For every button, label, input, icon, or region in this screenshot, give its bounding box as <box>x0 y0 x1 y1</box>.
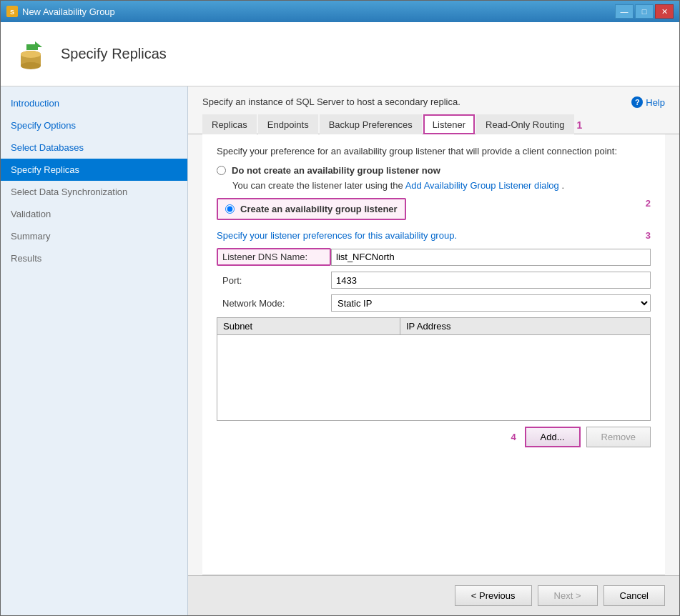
dns-name-row: Listener DNS Name: <box>217 248 651 266</box>
option1-section: Do not create an availability group list… <box>217 165 651 191</box>
option2-section: Create an availability group listener <box>217 198 651 226</box>
subnet-column-header: Subnet <box>217 318 400 335</box>
maximize-button[interactable]: □ <box>635 4 654 19</box>
option2-label: Create an availability group listener <box>240 204 398 214</box>
svg-point-7 <box>21 51 41 58</box>
network-mode-select[interactable]: Static IP DHCP <box>331 294 651 312</box>
sidebar-item-introduction[interactable]: Introduction <box>1 92 187 114</box>
panel-header: Specify an instance of SQL Server to hos… <box>188 86 679 114</box>
option2-radio-box: Create an availability group listener <box>217 198 406 220</box>
add-listener-link[interactable]: Add Availability Group Listener dialog <box>405 180 559 191</box>
dns-name-label: Listener DNS Name: <box>217 248 331 266</box>
port-input[interactable] <box>331 272 651 289</box>
option1-sublabel: You can create the listener later using … <box>232 180 651 191</box>
help-label: Help <box>646 97 665 108</box>
main-content: Introduction Specify Options Select Data… <box>1 86 679 615</box>
sidebar: Introduction Specify Options Select Data… <box>1 86 188 615</box>
option2-sublabel: Specify your listener preferences for th… <box>217 230 457 241</box>
minimize-button[interactable]: — <box>615 4 634 19</box>
sidebar-item-select-data-sync: Select Data Synchronization <box>1 181 187 203</box>
tab-readonly-routing[interactable]: Read-Only Routing <box>476 114 574 134</box>
main-window: S New Availability Group — □ ✕ <box>0 0 680 616</box>
title-bar-left: S New Availability Group <box>6 6 115 17</box>
tab-replicas[interactable]: Replicas <box>202 114 257 134</box>
subnet-table: Subnet IP Address <box>217 317 651 421</box>
sidebar-item-select-databases[interactable]: Select Databases <box>1 136 187 159</box>
app-icon: S <box>6 6 18 17</box>
option2-sublabel-row: Specify your listener preferences for th… <box>217 230 651 241</box>
tab-listener[interactable]: Listener <box>423 114 475 134</box>
subnet-empty-row <box>217 335 651 421</box>
network-mode-row: Network Mode: Static IP DHCP <box>217 294 651 312</box>
ipaddress-column-header: IP Address <box>400 318 650 335</box>
window-title: New Availability Group <box>22 6 115 17</box>
option1-radio-row[interactable]: Do not create an availability group list… <box>217 165 651 176</box>
step1-badge: 1 <box>577 119 583 131</box>
tab-endpoints[interactable]: Endpoints <box>258 114 318 134</box>
sidebar-item-specify-replicas[interactable]: Specify Replicas <box>1 159 187 181</box>
svg-point-6 <box>21 62 41 69</box>
dns-name-input[interactable] <box>331 249 651 266</box>
window-controls: — □ ✕ <box>615 4 674 19</box>
add-button[interactable]: Add... <box>525 427 581 447</box>
tab-backup-preferences[interactable]: Backup Preferences <box>320 114 422 134</box>
table-buttons: 4 Add... Remove <box>217 427 651 447</box>
svg-text:S: S <box>10 9 14 16</box>
right-panel: Specify an instance of SQL Server to hos… <box>188 86 679 615</box>
remove-button[interactable]: Remove <box>586 427 651 447</box>
title-bar: S New Availability Group — □ ✕ <box>1 1 679 22</box>
help-link[interactable]: ? Help <box>631 96 665 108</box>
header-area: Specify Replicas <box>1 22 679 86</box>
close-button[interactable]: ✕ <box>655 4 674 19</box>
footer: < Previous Next > Cancel <box>188 575 679 615</box>
sidebar-item-specify-options[interactable]: Specify Options <box>1 114 187 136</box>
sidebar-item-validation: Validation <box>1 203 187 225</box>
content-panel: Specify your preference for an availabil… <box>202 134 665 575</box>
port-row: Port: <box>217 272 651 289</box>
cancel-button[interactable]: Cancel <box>603 585 665 606</box>
listener-description-section: Specify your preference for an availabil… <box>217 146 651 157</box>
option2-radio[interactable] <box>225 204 235 214</box>
sidebar-item-summary: Summary <box>1 225 187 247</box>
option1-label: Do not create an availability group list… <box>232 165 440 176</box>
next-button[interactable]: Next > <box>538 585 598 606</box>
previous-button[interactable]: < Previous <box>455 585 532 606</box>
step2-badge: 2 <box>646 198 651 209</box>
listener-description: Specify your preference for an availabil… <box>217 146 651 157</box>
step3-badge: 3 <box>646 230 651 241</box>
sidebar-item-results: Results <box>1 247 187 269</box>
tab-bar: Replicas Endpoints Backup Preferences Li… <box>188 114 679 134</box>
subnet-table-body <box>217 335 651 421</box>
step4-badge: 4 <box>511 432 516 442</box>
page-title: Specify Replicas <box>61 46 167 62</box>
header-icon <box>15 37 49 71</box>
option1-radio[interactable] <box>217 166 226 175</box>
panel-description: Specify an instance of SQL Server to hos… <box>202 96 460 107</box>
port-label: Port: <box>217 275 331 286</box>
help-icon: ? <box>631 96 643 108</box>
network-mode-label: Network Mode: <box>217 298 331 309</box>
svg-rect-3 <box>26 44 38 50</box>
